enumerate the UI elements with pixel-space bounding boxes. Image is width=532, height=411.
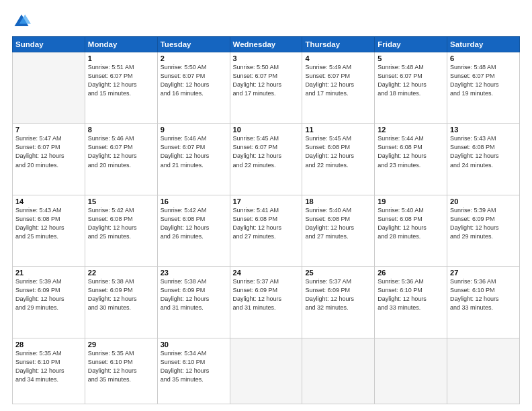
day-number: 11 — [305, 126, 371, 134]
day-number: 20 — [450, 197, 517, 205]
calendar-week-row: 1Sunrise: 5:51 AMSunset: 6:07 PMDaylight… — [13, 52, 520, 124]
day-info: Sunrise: 5:38 AMSunset: 6:09 PMDaylight:… — [161, 277, 227, 312]
day-info: Sunrise: 5:36 AMSunset: 6:10 PMDaylight:… — [450, 277, 517, 312]
calendar-cell: 23Sunrise: 5:38 AMSunset: 6:09 PMDayligh… — [157, 267, 230, 338]
day-number: 24 — [233, 269, 300, 277]
day-info: Sunrise: 5:34 AMSunset: 6:10 PMDaylight:… — [161, 349, 227, 384]
day-info: Sunrise: 5:45 AMSunset: 6:07 PMDaylight:… — [233, 134, 300, 169]
day-info: Sunrise: 5:43 AMSunset: 6:08 PMDaylight:… — [450, 134, 517, 169]
weekday-header-saturday: Saturday — [447, 37, 520, 52]
day-number: 15 — [88, 197, 154, 205]
day-info: Sunrise: 5:51 AMSunset: 6:07 PMDaylight:… — [88, 63, 154, 98]
calendar-cell: 27Sunrise: 5:36 AMSunset: 6:10 PMDayligh… — [447, 267, 520, 338]
calendar-cell: 4Sunrise: 5:49 AMSunset: 6:07 PMDaylight… — [302, 52, 375, 124]
day-number: 29 — [88, 340, 154, 349]
day-info: Sunrise: 5:39 AMSunset: 6:09 PMDaylight:… — [15, 277, 82, 312]
day-number: 13 — [450, 126, 517, 134]
day-number: 22 — [88, 269, 154, 277]
calendar-cell: 14Sunrise: 5:43 AMSunset: 6:08 PMDayligh… — [13, 195, 85, 266]
day-info: Sunrise: 5:46 AMSunset: 6:07 PMDaylight:… — [88, 134, 154, 169]
day-number: 1 — [88, 54, 154, 62]
weekday-header-thursday: Thursday — [302, 37, 375, 52]
day-number: 5 — [378, 54, 444, 62]
calendar-cell: 5Sunrise: 5:48 AMSunset: 6:07 PMDaylight… — [375, 52, 447, 124]
calendar-cell: 10Sunrise: 5:45 AMSunset: 6:07 PMDayligh… — [230, 124, 302, 195]
day-info: Sunrise: 5:48 AMSunset: 6:07 PMDaylight:… — [450, 63, 517, 98]
calendar-cell: 2Sunrise: 5:50 AMSunset: 6:07 PMDaylight… — [157, 52, 230, 124]
day-number: 14 — [15, 197, 82, 205]
day-info: Sunrise: 5:41 AMSunset: 6:08 PMDaylight:… — [233, 206, 300, 241]
calendar-cell: 26Sunrise: 5:36 AMSunset: 6:10 PMDayligh… — [375, 267, 447, 338]
day-number: 23 — [161, 269, 227, 277]
day-info: Sunrise: 5:47 AMSunset: 6:07 PMDaylight:… — [15, 134, 82, 169]
day-info: Sunrise: 5:48 AMSunset: 6:07 PMDaylight:… — [378, 63, 444, 98]
day-number: 10 — [233, 126, 300, 134]
weekday-header-sunday: Sunday — [13, 37, 85, 52]
calendar-week-row: 21Sunrise: 5:39 AMSunset: 6:09 PMDayligh… — [13, 267, 520, 338]
calendar-cell: 15Sunrise: 5:42 AMSunset: 6:08 PMDayligh… — [85, 195, 157, 266]
day-number: 17 — [233, 197, 300, 205]
calendar-cell: 25Sunrise: 5:37 AMSunset: 6:09 PMDayligh… — [302, 267, 375, 338]
calendar-cell: 21Sunrise: 5:39 AMSunset: 6:09 PMDayligh… — [13, 267, 85, 338]
day-number: 28 — [15, 340, 82, 349]
day-info: Sunrise: 5:40 AMSunset: 6:08 PMDaylight:… — [378, 206, 444, 241]
calendar-cell: 6Sunrise: 5:48 AMSunset: 6:07 PMDaylight… — [447, 52, 520, 124]
day-info: Sunrise: 5:35 AMSunset: 6:10 PMDaylight:… — [88, 349, 154, 384]
calendar-cell: 17Sunrise: 5:41 AMSunset: 6:08 PMDayligh… — [230, 195, 302, 266]
calendar-cell — [230, 338, 302, 404]
day-info: Sunrise: 5:44 AMSunset: 6:08 PMDaylight:… — [378, 134, 444, 169]
day-info: Sunrise: 5:46 AMSunset: 6:07 PMDaylight:… — [161, 134, 227, 169]
calendar-cell: 18Sunrise: 5:40 AMSunset: 6:08 PMDayligh… — [302, 195, 375, 266]
weekday-header-wednesday: Wednesday — [230, 37, 302, 52]
calendar-cell: 7Sunrise: 5:47 AMSunset: 6:07 PMDaylight… — [13, 124, 85, 195]
calendar-cell: 3Sunrise: 5:50 AMSunset: 6:07 PMDaylight… — [230, 52, 302, 124]
calendar-cell — [302, 338, 375, 404]
day-number: 16 — [161, 197, 227, 205]
calendar-week-row: 7Sunrise: 5:47 AMSunset: 6:07 PMDaylight… — [13, 124, 520, 195]
day-info: Sunrise: 5:39 AMSunset: 6:09 PMDaylight:… — [450, 206, 517, 241]
calendar-cell: 12Sunrise: 5:44 AMSunset: 6:08 PMDayligh… — [375, 124, 447, 195]
day-info: Sunrise: 5:50 AMSunset: 6:07 PMDaylight:… — [233, 63, 300, 98]
day-number: 19 — [378, 197, 444, 205]
day-number: 2 — [161, 54, 227, 62]
day-info: Sunrise: 5:50 AMSunset: 6:07 PMDaylight:… — [161, 63, 227, 98]
day-number: 9 — [161, 126, 227, 134]
day-info: Sunrise: 5:45 AMSunset: 6:08 PMDaylight:… — [305, 134, 371, 169]
calendar-cell: 30Sunrise: 5:34 AMSunset: 6:10 PMDayligh… — [157, 338, 230, 404]
day-info: Sunrise: 5:42 AMSunset: 6:08 PMDaylight:… — [161, 206, 227, 241]
calendar-week-row: 28Sunrise: 5:35 AMSunset: 6:10 PMDayligh… — [13, 338, 520, 404]
day-info: Sunrise: 5:38 AMSunset: 6:09 PMDaylight:… — [88, 277, 154, 312]
day-number: 21 — [15, 269, 82, 277]
calendar-cell: 11Sunrise: 5:45 AMSunset: 6:08 PMDayligh… — [302, 124, 375, 195]
calendar-week-row: 14Sunrise: 5:43 AMSunset: 6:08 PMDayligh… — [13, 195, 520, 266]
calendar-table: SundayMondayTuesdayWednesdayThursdayFrid… — [12, 36, 520, 404]
logo-icon — [12, 12, 31, 31]
calendar-cell: 29Sunrise: 5:35 AMSunset: 6:10 PMDayligh… — [85, 338, 157, 404]
day-info: Sunrise: 5:49 AMSunset: 6:07 PMDaylight:… — [305, 63, 371, 98]
calendar-cell — [13, 52, 85, 124]
calendar-cell: 16Sunrise: 5:42 AMSunset: 6:08 PMDayligh… — [157, 195, 230, 266]
day-info: Sunrise: 5:37 AMSunset: 6:09 PMDaylight:… — [233, 277, 300, 312]
day-info: Sunrise: 5:35 AMSunset: 6:10 PMDaylight:… — [15, 349, 82, 384]
day-info: Sunrise: 5:36 AMSunset: 6:10 PMDaylight:… — [378, 277, 444, 312]
day-number: 3 — [233, 54, 300, 62]
calendar-cell — [375, 338, 447, 404]
day-info: Sunrise: 5:42 AMSunset: 6:08 PMDaylight:… — [88, 206, 154, 241]
day-number: 26 — [378, 269, 444, 277]
calendar-cell: 19Sunrise: 5:40 AMSunset: 6:08 PMDayligh… — [375, 195, 447, 266]
page: SundayMondayTuesdayWednesdayThursdayFrid… — [0, 0, 532, 411]
day-number: 18 — [305, 197, 371, 205]
calendar-cell — [447, 338, 520, 404]
logo — [12, 12, 34, 31]
calendar-cell: 13Sunrise: 5:43 AMSunset: 6:08 PMDayligh… — [447, 124, 520, 195]
calendar-cell: 9Sunrise: 5:46 AMSunset: 6:07 PMDaylight… — [157, 124, 230, 195]
day-number: 4 — [305, 54, 371, 62]
day-number: 27 — [450, 269, 517, 277]
day-number: 8 — [88, 126, 154, 134]
day-number: 7 — [15, 126, 82, 134]
calendar-cell: 8Sunrise: 5:46 AMSunset: 6:07 PMDaylight… — [85, 124, 157, 195]
calendar-cell: 28Sunrise: 5:35 AMSunset: 6:10 PMDayligh… — [13, 338, 85, 404]
weekday-header-monday: Monday — [85, 37, 157, 52]
weekday-header-tuesday: Tuesday — [157, 37, 230, 52]
weekday-header-friday: Friday — [375, 37, 447, 52]
